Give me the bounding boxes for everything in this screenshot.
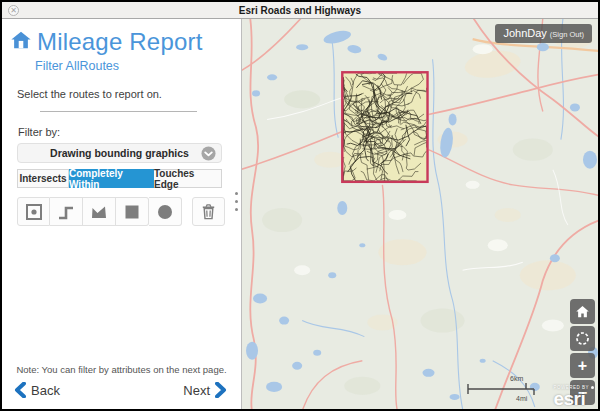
chevron-right-icon <box>215 382 227 398</box>
locate-button[interactable] <box>570 326 595 351</box>
map-canvas[interactable] <box>242 19 598 409</box>
draw-rectangle-tool[interactable] <box>116 197 149 226</box>
esri-brand-label: esri <box>553 389 594 408</box>
user-sign-out-button[interactable]: JohnDay (Sign Out) <box>495 24 592 43</box>
clear-graphics-tool[interactable] <box>192 197 225 226</box>
page-title: Mileage Report <box>37 28 203 56</box>
home-icon <box>10 29 32 55</box>
rectangle-icon <box>122 202 142 222</box>
scale-bar: 6km 4mi <box>464 371 548 403</box>
draw-point-tool[interactable] <box>17 197 50 226</box>
tab-touches-edge[interactable]: Touches Edge <box>154 169 222 188</box>
plus-icon: + <box>578 357 587 375</box>
circle-icon <box>155 202 175 222</box>
app-window: ✕ Esri Roads and Highways Mileage Report… <box>0 0 600 411</box>
chevron-down-icon[interactable] <box>201 146 216 165</box>
back-button[interactable]: Back <box>14 382 60 398</box>
home-button[interactable] <box>570 299 595 324</box>
draw-polygon-tool[interactable] <box>83 197 116 226</box>
scale-mi-label: 4mi <box>516 395 528 402</box>
map-container: JohnDay (Sign Out) <box>242 19 598 409</box>
filter-by-label: Filter by: <box>18 126 241 138</box>
divider <box>40 111 197 112</box>
user-name: JohnDay <box>503 27 546 39</box>
panel-resize-handle[interactable] <box>235 192 238 211</box>
locate-icon <box>574 330 591 347</box>
point-icon <box>24 202 44 222</box>
filter-method-dropdown[interactable]: Drawing bounding graphics <box>17 143 222 163</box>
wizard-nav: Back Next <box>2 382 241 409</box>
selection-rectangle[interactable] <box>342 72 427 182</box>
scale-km-label: 6km <box>510 375 523 382</box>
mileage-report-panel: Mileage Report Filter AllRoutes Select t… <box>2 19 242 409</box>
draw-toolbar <box>17 197 241 226</box>
trash-icon <box>199 202 218 221</box>
tab-intersects[interactable]: Intersects <box>17 169 69 188</box>
chevron-left-icon <box>14 382 26 398</box>
instruction-text: Select the routes to report on. <box>17 88 241 100</box>
note-text: Note: You can filter by attributes on th… <box>2 364 241 375</box>
close-icon[interactable]: ✕ <box>8 5 19 16</box>
draw-circle-tool[interactable] <box>149 197 182 226</box>
next-label: Next <box>183 383 210 398</box>
spatial-relation-tabs: Intersects Completely Within Touches Edg… <box>17 169 222 188</box>
page-subtitle: Filter AllRoutes <box>35 59 241 73</box>
esri-logo: POWERED BY esri <box>553 386 594 409</box>
zoom-in-button[interactable]: + <box>570 353 595 378</box>
tab-completely-within[interactable]: Completely Within <box>69 169 154 188</box>
next-button[interactable]: Next <box>183 382 227 398</box>
draw-polyline-tool[interactable] <box>50 197 83 226</box>
dropdown-selected-value: Drawing bounding graphics <box>50 147 189 159</box>
title-bar: ✕ Esri Roads and Highways <box>2 2 598 19</box>
back-label: Back <box>31 383 60 398</box>
polygon-icon <box>89 202 109 222</box>
home-map-icon <box>575 304 590 319</box>
sign-out-label: (Sign Out) <box>550 30 584 39</box>
window-title: Esri Roads and Highways <box>2 5 598 16</box>
polyline-icon <box>56 202 76 222</box>
